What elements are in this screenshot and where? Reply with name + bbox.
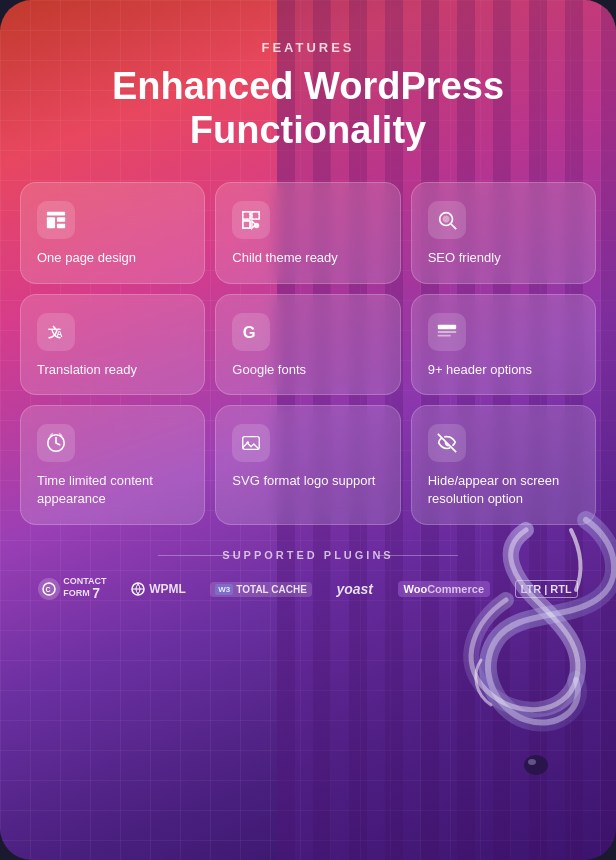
svg-text:G: G: [243, 322, 256, 340]
wpml-label: WPML: [149, 582, 186, 596]
plugins-row: C CONTACT FORM 7 WPML: [20, 577, 596, 602]
svg-rect-15: [437, 331, 455, 333]
cf7-label: CONTACT FORM 7: [63, 577, 106, 602]
feature-card-child-theme-ready: Child theme ready: [215, 182, 400, 284]
feature-label-one-page-design: One page design: [37, 249, 188, 267]
child-theme-icon: [232, 201, 270, 239]
svg-point-10: [443, 217, 449, 223]
feature-label-translation-ready: Translation ready: [37, 361, 188, 379]
feature-card-translation-ready: 文 A Translation ready: [20, 294, 205, 396]
feature-label-hide-appear: Hide/appear on screen resolution option: [428, 472, 579, 507]
google-icon: G: [232, 313, 270, 351]
feature-label-child-theme-ready: Child theme ready: [232, 249, 383, 267]
yoast-label: yoast: [336, 581, 373, 597]
svg-rect-0: [47, 212, 65, 216]
svg-rect-3: [57, 224, 65, 229]
svg-rect-6: [243, 221, 250, 228]
page-wrapper: FEATURES Enhanced WordPress Functionalit…: [0, 0, 616, 860]
svg-icon: [232, 424, 270, 462]
svg-line-9: [451, 225, 456, 230]
svg-text:A: A: [56, 329, 63, 339]
plugin-wpml: WPML: [131, 582, 186, 596]
plugin-woocommerce: WooCommerce: [398, 581, 490, 597]
seo-icon: [428, 201, 466, 239]
svg-rect-16: [437, 335, 450, 337]
feature-label-header-options: 9+ header options: [428, 361, 579, 379]
features-grid: One page design Child theme ready: [20, 182, 596, 524]
svg-text:C: C: [46, 586, 51, 593]
feature-card-hide-appear: Hide/appear on screen resolution option: [411, 405, 596, 524]
svg-rect-4: [243, 212, 250, 219]
main-content: FEATURES Enhanced WordPress Functionalit…: [0, 0, 616, 622]
feature-card-header-options: 9+ header options: [411, 294, 596, 396]
total-cache-label: TOTAL CACHE: [236, 584, 307, 595]
svg-rect-1: [47, 218, 55, 229]
features-section-label: FEATURES: [20, 40, 596, 55]
plugin-ltr-rtl: LTR | RTL: [515, 580, 578, 598]
ltr-rtl-label: LTR | RTL: [515, 580, 578, 598]
plugin-contact-form-7: C CONTACT FORM 7: [38, 577, 106, 602]
layout-icon: [37, 201, 75, 239]
svg-rect-5: [252, 212, 259, 219]
feature-card-time-limited: Time limited content appearance: [20, 405, 205, 524]
svg-point-24: [528, 759, 536, 765]
feature-label-google-fonts: Google fonts: [232, 361, 383, 379]
supported-label: SUPPORTED PLUGINS: [20, 549, 596, 561]
header-icon: [428, 313, 466, 351]
plugin-total-cache: W3 TOTAL CACHE: [210, 582, 312, 597]
svg-rect-14: [437, 325, 455, 330]
woocommerce-label: WooCommerce: [398, 581, 490, 597]
feature-label-time-limited: Time limited content appearance: [37, 472, 188, 507]
svg-point-7: [254, 223, 260, 229]
clock-icon: [37, 424, 75, 462]
feature-card-google-fonts: G Google fonts: [215, 294, 400, 396]
translation-icon: 文 A: [37, 313, 75, 351]
feature-card-svg-format: SVG format logo support: [215, 405, 400, 524]
svg-point-23: [524, 755, 548, 775]
visibility-icon: [428, 424, 466, 462]
feature-card-seo-friendly: SEO friendly: [411, 182, 596, 284]
feature-label-svg-format: SVG format logo support: [232, 472, 383, 490]
main-title: Enhanced WordPress Functionality: [20, 65, 596, 152]
feature-label-seo-friendly: SEO friendly: [428, 249, 579, 267]
svg-rect-2: [57, 218, 65, 223]
feature-card-one-page-design: One page design: [20, 182, 205, 284]
plugin-yoast: yoast: [336, 581, 373, 597]
total-cache-badge: W3: [215, 584, 233, 595]
cf7-icon: C: [38, 578, 60, 600]
supported-section: SUPPORTED PLUGINS C CONTACT FORM 7: [20, 549, 596, 602]
